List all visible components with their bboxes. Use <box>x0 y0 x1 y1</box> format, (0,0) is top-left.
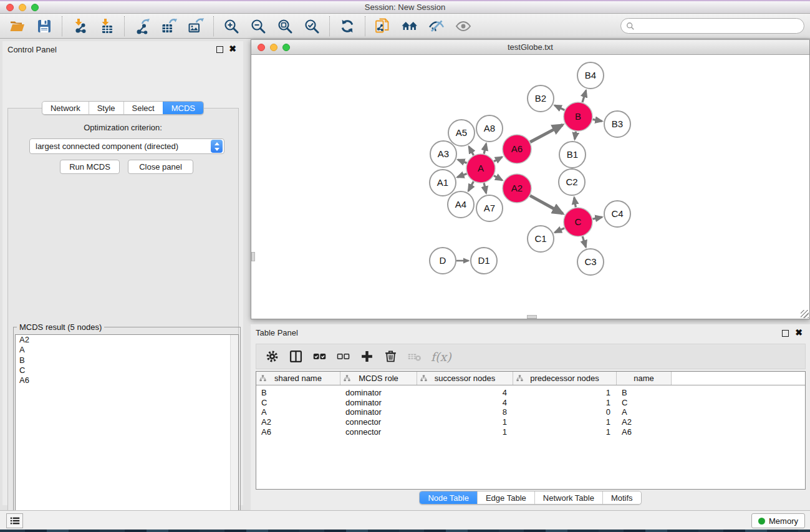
cell-shared-name[interactable]: A <box>256 407 340 417</box>
node-A8[interactable]: A8 <box>476 115 503 142</box>
result-item[interactable]: B <box>16 355 238 365</box>
table-tab-network-table[interactable]: Network Table <box>534 491 602 504</box>
edge-B-B3[interactable] <box>593 119 602 121</box>
column-header-name[interactable]: name <box>617 372 672 385</box>
node-C1[interactable]: C1 <box>528 226 554 252</box>
search-input[interactable] <box>637 20 804 32</box>
table-row[interactable]: A6connector11A6 <box>256 427 805 437</box>
cell-shared-name[interactable]: C <box>256 398 340 408</box>
cell-name[interactable]: B <box>617 388 672 398</box>
export-table-button[interactable] <box>160 17 178 36</box>
node-D1[interactable]: D1 <box>471 248 497 274</box>
node-A4[interactable]: A4 <box>448 191 474 218</box>
node-B3[interactable]: B3 <box>604 111 630 137</box>
node-table[interactable]: shared nameMCDS rolesuccessor nodesprede… <box>256 371 806 490</box>
node-B[interactable]: B <box>564 102 592 131</box>
node-B2[interactable]: B2 <box>528 85 554 112</box>
edge-A-A3[interactable] <box>458 160 466 163</box>
zoom-fit-button[interactable] <box>276 17 294 36</box>
node-A1[interactable]: A1 <box>430 170 456 196</box>
search-field[interactable] <box>620 18 804 34</box>
tab-select[interactable]: Select <box>123 102 163 114</box>
hide-panel-button[interactable] <box>427 17 446 36</box>
network-graph[interactable]: B4B2BB3A5A8A6B1A3AA1C2A2A4A7C4CC1C3DD1 <box>251 55 809 319</box>
cell-successor-nodes[interactable]: 4 <box>417 388 513 398</box>
result-item[interactable]: A <box>16 345 238 355</box>
node-C[interactable]: C <box>564 208 592 236</box>
node-A2[interactable]: A2 <box>503 174 531 203</box>
cell-predecessor-nodes[interactable]: 1 <box>513 388 617 398</box>
edge-B-B4[interactable] <box>582 90 586 102</box>
result-item[interactable]: A6 <box>16 375 238 385</box>
criterion-select[interactable]: largest connected component (directed) <box>29 138 224 154</box>
zoom-in-button[interactable] <box>222 17 241 36</box>
export-image-button[interactable] <box>186 17 205 36</box>
cell-predecessor-nodes[interactable]: 1 <box>513 417 617 427</box>
close-panel-icon[interactable]: ✖ <box>229 44 236 54</box>
open-session-button[interactable] <box>8 17 27 36</box>
cell-predecessor-nodes[interactable]: 1 <box>513 427 617 437</box>
cell-MCDS-role[interactable]: connector <box>340 427 417 437</box>
save-session-button[interactable] <box>35 17 54 36</box>
table-row[interactable]: A2connector11A2 <box>256 417 805 427</box>
cell-predecessor-nodes[interactable]: 1 <box>513 398 617 408</box>
edge-C-C2[interactable] <box>574 198 576 208</box>
cell-name[interactable]: A2 <box>617 417 672 427</box>
result-scrollbar[interactable] <box>230 335 238 532</box>
edge-A-A8[interactable] <box>484 143 486 153</box>
edge-A-A6[interactable] <box>494 157 502 162</box>
add-column-button[interactable] <box>359 349 375 365</box>
node-D[interactable]: D <box>430 248 456 274</box>
node-A3[interactable]: A3 <box>430 141 456 167</box>
table-row[interactable]: Cdominator41C <box>256 398 805 408</box>
show-columns-button[interactable] <box>287 349 304 365</box>
cell-successor-nodes[interactable]: 1 <box>417 427 513 437</box>
refresh-button[interactable] <box>338 17 357 36</box>
edge-A6-B[interactable] <box>530 125 562 142</box>
memory-button[interactable]: Memory <box>751 513 805 528</box>
cell-successor-nodes[interactable]: 1 <box>417 417 513 427</box>
table-settings-button[interactable] <box>264 349 280 365</box>
cell-name[interactable]: C <box>617 398 672 408</box>
bottom-scroll-stub[interactable] <box>527 315 537 319</box>
cell-MCDS-role[interactable]: dominator <box>340 407 417 417</box>
edge-C-C4[interactable] <box>593 217 602 219</box>
edge-B-B2[interactable] <box>554 105 564 110</box>
deselect-all-checkboxes-button[interactable] <box>335 349 351 365</box>
cell-successor-nodes[interactable]: 4 <box>417 398 513 408</box>
table-tab-motifs[interactable]: Motifs <box>602 491 641 504</box>
edge-A-A5[interactable] <box>469 147 474 155</box>
column-header-MCDS-role[interactable]: MCDS role <box>340 372 417 385</box>
cell-MCDS-role[interactable]: connector <box>340 417 417 427</box>
table-close-panel-icon[interactable]: ✖ <box>795 327 803 337</box>
left-scroll-stub[interactable] <box>251 252 255 261</box>
edge-A2-C[interactable] <box>530 196 562 214</box>
cell-successor-nodes[interactable]: 8 <box>417 407 513 417</box>
edge-A-A7[interactable] <box>484 183 486 193</box>
network-canvas[interactable]: B4B2BB3A5A8A6B1A3AA1C2A2A4A7C4CC1C3DD1 <box>251 55 809 319</box>
resize-grip[interactable] <box>801 310 809 318</box>
table-float-panel-icon[interactable] <box>782 330 789 337</box>
table-row[interactable]: Bdominator41B <box>256 388 805 398</box>
column-header-shared-name[interactable]: shared name <box>256 372 340 385</box>
edge-A-A2[interactable] <box>494 176 502 180</box>
cell-name[interactable]: A6 <box>617 427 672 437</box>
node-A[interactable]: A <box>466 154 495 183</box>
cell-shared-name[interactable]: A2 <box>256 417 340 427</box>
cell-name[interactable]: A <box>617 407 672 417</box>
edge-A-A4[interactable] <box>468 181 473 191</box>
cell-predecessor-nodes[interactable]: 0 <box>513 407 617 417</box>
delete-column-button[interactable] <box>382 349 398 365</box>
node-A6[interactable]: A6 <box>503 135 531 163</box>
result-item[interactable]: C <box>16 365 238 375</box>
node-B1[interactable]: B1 <box>559 142 586 168</box>
table-tab-edge-table[interactable]: Edge Table <box>477 491 534 504</box>
edge-A-A1[interactable] <box>457 173 466 177</box>
float-panel-icon[interactable] <box>216 46 223 53</box>
task-history-button[interactable] <box>6 513 23 528</box>
cell-shared-name[interactable]: B <box>256 388 340 398</box>
cell-shared-name[interactable]: A6 <box>256 427 340 437</box>
node-B4[interactable]: B4 <box>577 62 604 89</box>
export-network-button[interactable] <box>133 17 152 36</box>
edge-C-C1[interactable] <box>555 228 564 233</box>
